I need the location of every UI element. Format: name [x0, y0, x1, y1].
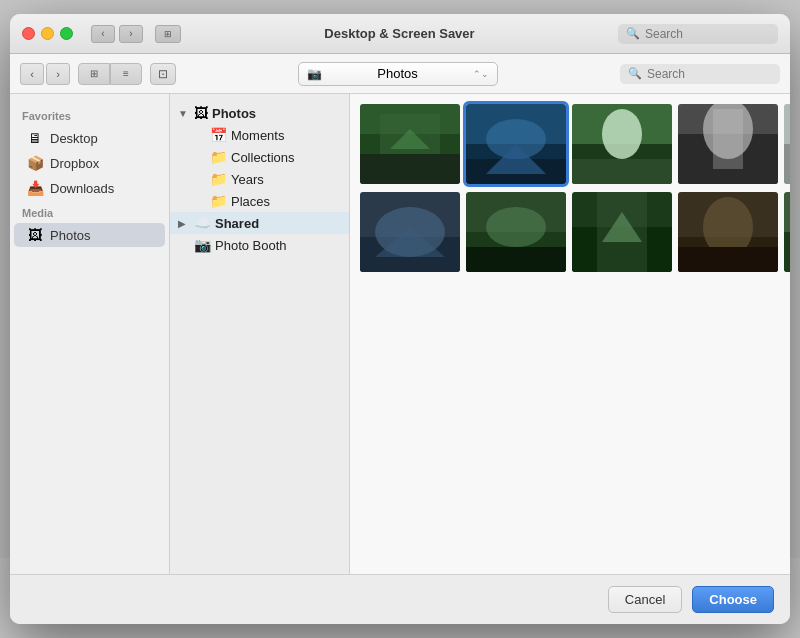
- title-search-box[interactable]: 🔍: [618, 24, 778, 44]
- photos-arrow-icon: ▼: [178, 108, 190, 119]
- list-view-button[interactable]: ≡: [110, 63, 142, 85]
- tree-photo-booth-label: Photo Booth: [215, 238, 287, 253]
- photo-4[interactable]: [678, 104, 778, 184]
- photo-11[interactable]: [784, 192, 790, 272]
- collections-icon: 📁: [210, 149, 227, 165]
- svg-rect-13: [572, 159, 672, 184]
- tree-item-places[interactable]: 📁 Places: [186, 190, 349, 212]
- sidebar-item-dropbox[interactable]: 📦 Dropbox: [14, 151, 165, 175]
- location-dropdown[interactable]: 📷 Photos ⌃⌄: [298, 62, 498, 86]
- toolbar: ‹ › ⊞ ≡ ⊡ 📷 Photos ⌃⌄ 🔍: [10, 54, 790, 94]
- downloads-icon: 📥: [26, 180, 44, 196]
- photo-8[interactable]: [466, 192, 566, 272]
- tree-shared-label: Shared: [215, 216, 259, 231]
- title-bar: ‹ › ⊞ Desktop & Screen Saver 🔍: [10, 14, 790, 54]
- back-button[interactable]: ‹: [91, 25, 115, 43]
- tree-places-label: Places: [231, 194, 270, 209]
- svg-point-32: [486, 207, 546, 247]
- maximize-button[interactable]: [60, 27, 73, 40]
- tree-item-moments[interactable]: 📅 Moments: [186, 124, 349, 146]
- main-content: Favorites 🖥 Desktop 📦 Dropbox 📥 Download…: [10, 94, 790, 574]
- location-icon: 📷: [307, 67, 322, 81]
- shared-arrow: ▶: [178, 218, 190, 229]
- svg-rect-3: [360, 154, 460, 184]
- photo-9[interactable]: [572, 192, 672, 272]
- dropbox-icon: 📦: [26, 155, 44, 171]
- cancel-button[interactable]: Cancel: [608, 586, 682, 613]
- photo-5[interactable]: [784, 104, 790, 184]
- toolbar-search-input[interactable]: [647, 67, 767, 81]
- file-tree-panel: ▼ 🖼 Photos 📅 Moments 📁 Collections: [170, 94, 350, 574]
- close-button[interactable]: [22, 27, 35, 40]
- tree-years-label: Years: [231, 172, 264, 187]
- svg-point-12: [602, 109, 642, 159]
- traffic-lights: [22, 27, 73, 40]
- sidebar-photos-label: Photos: [50, 228, 90, 243]
- title-search-icon: 🔍: [626, 27, 640, 40]
- sidebar-item-photos[interactable]: 🖼 Photos: [14, 223, 165, 247]
- photos-icon: 🖼: [26, 227, 44, 243]
- window-title: Desktop & Screen Saver: [189, 26, 610, 41]
- toolbar-search-icon: 🔍: [628, 67, 642, 80]
- svg-rect-43: [784, 232, 790, 272]
- photo-1[interactable]: [360, 104, 460, 184]
- tree-item-years[interactable]: 📁 Years: [186, 168, 349, 190]
- toolbar-back-button[interactable]: ‹: [20, 63, 44, 85]
- sidebar-item-desktop[interactable]: 🖥 Desktop: [14, 126, 165, 150]
- location-label: Photos: [328, 66, 467, 81]
- photo-grid: [350, 94, 790, 574]
- tree-item-collections[interactable]: 📁 Collections: [186, 146, 349, 168]
- title-bar-nav: ‹ ›: [91, 25, 143, 43]
- svg-rect-41: [678, 247, 778, 272]
- tree-collections-label: Collections: [231, 150, 295, 165]
- toolbar-forward-button[interactable]: ›: [46, 63, 70, 85]
- tree-item-photo-booth[interactable]: 📷 Photo Booth: [170, 234, 349, 256]
- view-toggle: ⊞ ≡: [78, 63, 142, 85]
- location-arrows-icon: ⌃⌄: [473, 69, 489, 79]
- sidebar-desktop-label: Desktop: [50, 131, 98, 146]
- years-icon: 📁: [210, 171, 227, 187]
- new-folder-button[interactable]: ⊡: [150, 63, 176, 85]
- minimize-button[interactable]: [41, 27, 54, 40]
- bottom-bar: Cancel Choose: [10, 574, 790, 624]
- svg-rect-33: [466, 247, 566, 272]
- photos-tree-icon: 🖼: [194, 105, 208, 121]
- photo-booth-icon: 📷: [194, 237, 211, 253]
- shared-icon: ☁️: [194, 215, 211, 231]
- photo-10[interactable]: [678, 192, 778, 272]
- toolbar-nav: ‹ ›: [20, 63, 70, 85]
- tree-item-shared[interactable]: ▶ ☁️ Shared: [170, 212, 349, 234]
- toolbar-search-box[interactable]: 🔍: [620, 64, 780, 84]
- photo-row-1: [360, 104, 780, 184]
- desktop-icon: 🖥: [26, 130, 44, 146]
- sidebar: Favorites 🖥 Desktop 📦 Dropbox 📥 Download…: [10, 94, 170, 574]
- icon-view-button[interactable]: ⊞: [78, 63, 110, 85]
- tree-moments-label: Moments: [231, 128, 284, 143]
- favorites-section-label: Favorites: [10, 104, 169, 125]
- photo-3[interactable]: [572, 104, 672, 184]
- svg-rect-19: [784, 144, 790, 184]
- sidebar-dropbox-label: Dropbox: [50, 156, 99, 171]
- photo-row-2: [360, 192, 780, 272]
- moments-icon: 📅: [210, 127, 227, 143]
- forward-button[interactable]: ›: [119, 25, 143, 43]
- title-search-input[interactable]: [645, 27, 765, 41]
- media-section-label: Media: [10, 201, 169, 222]
- tree-item-photos[interactable]: ▼ 🖼 Photos: [170, 102, 349, 124]
- choose-button[interactable]: Choose: [692, 586, 774, 613]
- svg-rect-17: [713, 109, 743, 169]
- photo-2[interactable]: [466, 104, 566, 184]
- places-icon: 📁: [210, 193, 227, 209]
- sidebar-downloads-label: Downloads: [50, 181, 114, 196]
- photo-7[interactable]: [360, 192, 460, 272]
- tree-photos-label: Photos: [212, 106, 256, 121]
- browser-split: ▼ 🖼 Photos 📅 Moments 📁 Collections: [170, 94, 790, 574]
- sidebar-item-downloads[interactable]: 📥 Downloads: [14, 176, 165, 200]
- grid-view-button[interactable]: ⊞: [155, 25, 181, 43]
